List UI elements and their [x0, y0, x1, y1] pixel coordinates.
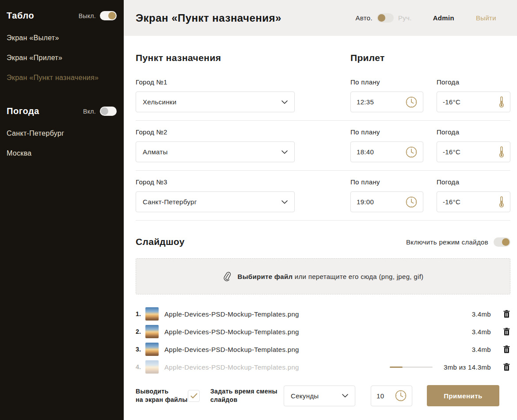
clock-icon — [406, 96, 417, 108]
city2-select[interactable]: Алматы — [136, 141, 295, 162]
plan2-time-value: 18:40 — [357, 148, 374, 156]
weather3-label: Погода — [437, 178, 459, 186]
sidebar-section-weather: Погода Вкл. Санкт-Петербург Москва — [7, 106, 117, 161]
file-number: 1. — [136, 310, 145, 317]
interval-value-input[interactable]: 10 — [371, 386, 412, 406]
plan1-time-value: 12:35 — [357, 98, 374, 106]
file-number: 2. — [136, 328, 145, 335]
user-name: Admin — [433, 14, 454, 22]
chevron-down-icon — [281, 150, 288, 154]
weather-toggle-label: Вкл. — [83, 108, 96, 115]
destination-heading: Пункт назначения — [136, 53, 350, 63]
file-size: 3.4mb — [472, 328, 491, 336]
divider — [136, 120, 510, 121]
dropzone-text: Выбирите файл или перетащите его сюда (p… — [238, 273, 424, 280]
file-name: Apple-Devices-PSD-Mockup-Templates.png — [164, 328, 472, 336]
file-size: 3.4mb — [472, 346, 491, 353]
file-thumbnail — [145, 343, 159, 356]
divider — [136, 220, 510, 221]
upload-progress-fill — [390, 367, 403, 368]
display-files-checkbox[interactable] — [188, 390, 200, 402]
slideshow-toggle[interactable] — [494, 237, 510, 247]
delete-file-button[interactable] — [503, 328, 510, 336]
thermometer-icon — [499, 196, 504, 208]
display-files-label: Выводить на экран файлы — [136, 387, 188, 404]
sidebar-item-moscow[interactable]: Москва — [7, 145, 117, 161]
file-number: 3. — [136, 346, 145, 353]
apply-button[interactable]: Применить — [427, 385, 499, 406]
clock-icon — [406, 146, 417, 158]
file-number: 4. — [136, 363, 145, 370]
sidebar-section-board: Табло Выкл. Экран «Вылет» Экран «Прилет»… — [7, 11, 117, 86]
main-area: Экран «Пункт назначения» Авто. Руч. Admi… — [124, 0, 517, 420]
dropzone-text-bold: Выбирите файл — [238, 273, 293, 280]
arrival-heading: Прилет — [350, 53, 385, 63]
city2-label: Город №2 — [136, 128, 350, 136]
slideshow-toggle-label: Включить режим слайдов — [406, 238, 488, 246]
content: Пункт назначения Прилет Город №1 По план… — [124, 36, 517, 420]
file-size: 3mb из 14.3mb — [444, 363, 491, 371]
divider — [136, 170, 510, 171]
file-name: Apple-Devices-PSD-Mockup-Templates.png — [164, 346, 472, 353]
sidebar-item-destination-screen[interactable]: Экран «Пункт назначения» — [7, 69, 117, 86]
sidebar-item-departure-screen[interactable]: Экран «Вылет» — [7, 30, 117, 46]
sidebar-item-spb[interactable]: Санкт-Петербург — [7, 125, 117, 141]
file-name: Apple-Devices-PSD-Mockup-Templates.png — [164, 363, 390, 371]
sidebar-item-arrival-screen[interactable]: Экран «Прилет» — [7, 50, 117, 66]
logout-link[interactable]: Выйти — [476, 14, 496, 22]
weather2-input[interactable]: -16°C — [437, 141, 510, 162]
topbar: Экран «Пункт назначения» Авто. Руч. Admi… — [124, 0, 517, 36]
file-dropzone[interactable]: Выбирите файл или перетащите его сюда (p… — [136, 258, 510, 294]
page-title: Экран «Пункт назначения» — [136, 12, 281, 24]
plan1-label: По плану — [350, 78, 437, 86]
file-size: 3.4mb — [472, 310, 491, 318]
weather1-value: -16°C — [443, 98, 460, 106]
delete-file-button[interactable] — [503, 363, 510, 371]
board-toggle[interactable] — [100, 11, 117, 20]
city2-value: Алматы — [143, 148, 168, 156]
dropzone-text-rest: или перетащите его сюда (png, jpeg, gif) — [293, 273, 423, 280]
city1-select[interactable]: Хельсинки — [136, 92, 295, 112]
sidebar: Табло Выкл. Экран «Вылет» Экран «Прилет»… — [0, 0, 124, 420]
sidebar-weather-title: Погода — [7, 106, 39, 116]
city3-label: Город №3 — [136, 178, 350, 186]
city3-select[interactable]: Санкт-Петербург — [136, 191, 295, 212]
city-row-1: Город №1 По плану Погода Хельсинки 12:35… — [136, 78, 510, 121]
file-row-4-uploading: 4. Apple-Devices-PSD-Mockup-Templates.pn… — [136, 358, 510, 376]
plan3-label: По плану — [350, 178, 437, 186]
weather2-label: Погода — [437, 128, 459, 136]
city-row-2: Город №2 По плану Погода Алматы 18:40 -1… — [136, 128, 510, 171]
board-toggle-label: Выкл. — [79, 12, 96, 19]
chevron-down-icon — [281, 100, 288, 104]
check-icon — [190, 393, 198, 399]
weather-toggle[interactable] — [100, 107, 117, 116]
weather1-label: Погода — [437, 78, 459, 86]
upload-progress-bar — [390, 367, 433, 368]
plan2-time-input[interactable]: 18:40 — [350, 141, 423, 162]
weather2-value: -16°C — [443, 148, 460, 156]
file-row-3: 3. Apple-Devices-PSD-Mockup-Templates.pn… — [136, 340, 510, 358]
chevron-down-icon — [342, 394, 348, 397]
interval-value: 10 — [376, 392, 384, 400]
weather3-value: -16°C — [443, 198, 460, 206]
clock-icon — [406, 196, 417, 208]
city-row-3: Город №3 По плану Погода Санкт-Петербург… — [136, 178, 510, 221]
delete-file-button[interactable] — [503, 345, 510, 353]
delete-file-button[interactable] — [503, 310, 510, 318]
mode-switch: Авто. Руч. — [355, 13, 411, 23]
file-thumbnail — [145, 360, 159, 374]
slide-interval-label: Задать время смены слайдов — [210, 387, 284, 404]
weather1-input[interactable]: -16°C — [437, 92, 510, 112]
file-thumbnail — [145, 307, 159, 321]
weather3-input[interactable]: -16°C — [437, 191, 510, 212]
plan3-time-value: 19:00 — [357, 198, 374, 206]
chevron-down-icon — [281, 200, 288, 204]
mode-toggle[interactable] — [377, 13, 394, 23]
city1-label: Город №1 — [136, 78, 350, 86]
plan1-time-input[interactable]: 12:35 — [350, 92, 423, 112]
file-row-1: 1. Apple-Devices-PSD-Mockup-Templates.pn… — [136, 305, 510, 323]
clock-icon — [395, 390, 407, 401]
plan3-time-input[interactable]: 19:00 — [350, 191, 423, 212]
paperclip-icon — [223, 271, 232, 282]
interval-unit-select[interactable]: Секунды — [284, 386, 355, 406]
